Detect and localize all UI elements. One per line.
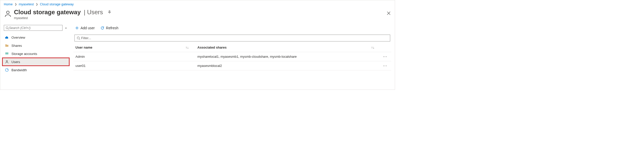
sidebar-item-shares[interactable]: Shares <box>2 41 69 50</box>
cell-shares: myasesmblocal2 <box>195 61 381 70</box>
svg-point-6 <box>77 37 80 39</box>
row-menu-button[interactable]: ··· <box>381 61 391 70</box>
sort-icon: ↑↓ <box>371 46 374 49</box>
refresh-label: Refresh <box>106 26 118 30</box>
toolbar: Add user Refresh <box>73 25 391 35</box>
search-icon <box>6 26 9 30</box>
close-button[interactable] <box>385 10 392 17</box>
refresh-icon <box>100 26 104 30</box>
cloud-icon <box>5 35 9 39</box>
sidebar-search[interactable] <box>4 25 62 31</box>
chevron-right-icon: ❯ <box>15 3 17 6</box>
sidebar-item-label: Bandwidth <box>11 68 27 72</box>
search-icon <box>77 36 80 40</box>
filter-box[interactable] <box>74 35 390 41</box>
filter-input[interactable] <box>81 36 388 40</box>
svg-point-1 <box>6 27 8 29</box>
breadcrumb: Home ❯ myasetest ❯ Cloud storage gateway <box>0 0 395 7</box>
add-user-label: Add user <box>81 26 95 30</box>
gauge-icon <box>5 68 9 72</box>
sidebar-item-label: Users <box>11 60 20 64</box>
cell-shares: mysharelocal1, myasesmb1, mysmb-cloudsha… <box>195 52 381 61</box>
main-content: Add user Refresh User name ↑↓ <box>71 20 395 77</box>
svg-point-4 <box>6 61 7 62</box>
svg-rect-3 <box>5 54 8 54</box>
user-icon <box>5 60 9 64</box>
collapse-sidebar-button[interactable]: « <box>64 25 68 31</box>
column-header-shares[interactable]: Associated shares ↑↓ <box>195 43 381 52</box>
svg-rect-2 <box>5 53 8 53</box>
page-title: Cloud storage gateway <box>14 9 81 16</box>
folder-icon <box>5 43 9 48</box>
cell-user: Admin <box>73 52 195 61</box>
sidebar: « Overview Shares Storage accounts Users <box>0 20 71 77</box>
sidebar-item-bandwidth[interactable]: Bandwidth <box>2 66 69 74</box>
column-header-user[interactable]: User name ↑↓ <box>73 43 195 52</box>
pin-button[interactable] <box>106 9 113 16</box>
page-header: Cloud storage gateway | Users myasetest <box>0 7 395 20</box>
row-menu-button[interactable]: ··· <box>381 52 391 61</box>
sidebar-item-label: Shares <box>11 44 22 48</box>
sidebar-item-overview[interactable]: Overview <box>2 33 69 41</box>
refresh-button[interactable]: Refresh <box>100 25 119 31</box>
sidebar-item-label: Storage accounts <box>11 52 37 56</box>
sidebar-item-storage-accounts[interactable]: Storage accounts <box>2 50 69 58</box>
sort-icon: ↑↓ <box>185 46 189 49</box>
page-section: | Users <box>84 9 103 16</box>
users-table: User name ↑↓ Associated shares ↑↓ <box>73 43 391 70</box>
breadcrumb-resource[interactable]: myasetest <box>19 2 34 6</box>
close-icon <box>387 11 391 15</box>
add-user-button[interactable]: Add user <box>74 25 95 31</box>
cell-user: user01 <box>73 61 195 70</box>
column-label: Associated shares <box>197 46 227 49</box>
sidebar-item-users[interactable]: Users <box>2 58 69 66</box>
chevron-right-icon: ❯ <box>36 3 38 6</box>
user-icon <box>4 10 12 18</box>
pin-icon <box>107 10 112 14</box>
table-row[interactable]: Admin mysharelocal1, myasesmb1, mysmb-cl… <box>73 52 391 61</box>
breadcrumb-service[interactable]: Cloud storage gateway <box>40 2 74 6</box>
sidebar-item-label: Overview <box>11 36 25 39</box>
svg-point-0 <box>7 11 9 14</box>
sidebar-search-input[interactable] <box>9 26 61 30</box>
table-row[interactable]: user01 myasesmblocal2 ··· <box>73 61 391 70</box>
breadcrumb-home[interactable]: Home <box>4 2 13 6</box>
plus-icon <box>75 26 79 30</box>
page-subtitle: myasetest <box>14 16 391 20</box>
column-label: User name <box>75 46 92 49</box>
storage-icon <box>5 52 9 56</box>
